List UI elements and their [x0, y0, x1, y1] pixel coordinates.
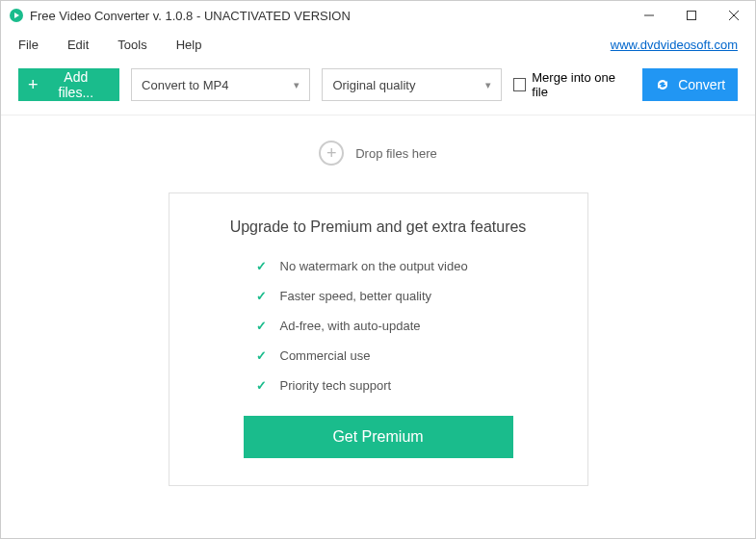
app-icon — [9, 8, 24, 23]
format-select[interactable]: Convert to MP4 ▾ — [131, 68, 310, 101]
window-controls — [628, 1, 755, 30]
list-item: ✓Priority tech support — [256, 378, 568, 393]
toolbar: + Add files... Convert to MP4 ▾ Original… — [1, 59, 755, 116]
menu-tools[interactable]: Tools — [117, 38, 146, 52]
check-icon: ✓ — [256, 348, 267, 363]
merge-checkbox[interactable]: Merge into one file — [513, 70, 632, 99]
website-link[interactable]: www.dvdvideosoft.com — [611, 38, 738, 52]
refresh-icon — [655, 77, 670, 92]
convert-button[interactable]: Convert — [642, 68, 738, 101]
check-icon: ✓ — [256, 319, 267, 333]
check-icon: ✓ — [256, 289, 267, 303]
menu-edit[interactable]: Edit — [67, 38, 89, 52]
checkbox-icon — [513, 78, 527, 91]
titlebar: Free Video Converter v. 1.0.8 - UNACTIVA… — [1, 1, 755, 30]
list-item: ✓Ad-free, with auto-update — [256, 319, 568, 333]
quality-select[interactable]: Original quality ▾ — [322, 68, 501, 101]
menu-file[interactable]: File — [18, 38, 39, 52]
list-item: ✓Faster speed, better quality — [256, 289, 568, 303]
window-title: Free Video Converter v. 1.0.8 - UNACTIVA… — [30, 9, 628, 23]
get-premium-button[interactable]: Get Premium — [244, 416, 513, 458]
add-circle-icon: + — [319, 141, 344, 166]
check-icon: ✓ — [256, 378, 267, 393]
add-files-label: Add files... — [46, 69, 107, 100]
format-selected: Convert to MP4 — [142, 78, 228, 92]
premium-title: Upgrade to Premium and get extra feature… — [189, 218, 568, 236]
plus-icon: + — [28, 76, 39, 93]
chevron-down-icon: ▾ — [294, 79, 300, 91]
merge-label: Merge into one file — [532, 70, 631, 99]
convert-label: Convert — [678, 77, 725, 92]
add-files-button[interactable]: + Add files... — [18, 68, 119, 101]
drop-label: Drop files here — [355, 146, 437, 161]
chevron-down-icon: ▾ — [485, 79, 491, 91]
close-button[interactable] — [713, 1, 755, 30]
feature-list: ✓No watermark on the output video ✓Faste… — [256, 259, 568, 393]
content-area: + Drop files here Upgrade to Premium and… — [1, 116, 755, 486]
list-item: ✓No watermark on the output video — [256, 259, 568, 273]
menubar: File Edit Tools Help www.dvdvideosoft.co… — [1, 30, 755, 59]
maximize-button[interactable] — [670, 1, 713, 30]
quality-selected: Original quality — [332, 78, 415, 92]
drop-zone[interactable]: + Drop files here — [319, 141, 437, 166]
minimize-button[interactable] — [628, 1, 670, 30]
check-icon: ✓ — [256, 259, 267, 273]
list-item: ✓Commercial use — [256, 348, 568, 363]
premium-panel: Upgrade to Premium and get extra feature… — [169, 192, 588, 486]
menu-help[interactable]: Help — [176, 38, 202, 52]
svg-rect-2 — [688, 12, 696, 20]
